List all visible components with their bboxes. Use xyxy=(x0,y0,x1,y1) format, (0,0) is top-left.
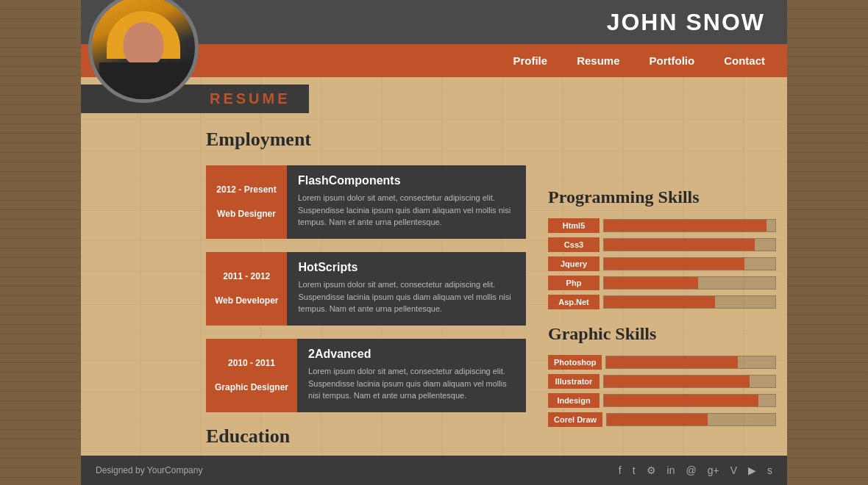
skill-row-php: Php xyxy=(548,276,776,290)
entry-company-3: 2Advanced xyxy=(308,348,515,361)
skill-label-coreldraw: Corel Draw xyxy=(548,412,602,427)
skill-label-jquery: Jquery xyxy=(548,256,600,271)
skill-label-indesign: Indesign xyxy=(548,393,600,408)
employment-section: Employment 2012 - Present Web Designer F… xyxy=(206,92,526,448)
at-icon[interactable]: @ xyxy=(686,464,696,476)
entry-company-1: FlashComponents xyxy=(298,174,515,187)
gplus-icon[interactable]: g+ xyxy=(708,464,719,476)
skill-label-css3: Css3 xyxy=(548,237,600,252)
skill-fill-php xyxy=(604,277,698,289)
skill-fill-photoshop xyxy=(606,356,738,368)
avatar-image xyxy=(88,0,199,103)
entry-date-2: 2011 - 2012 Web Developer xyxy=(206,252,287,326)
nav-profile[interactable]: Profile xyxy=(513,54,547,67)
graphic-skills-section: Graphic Skills Photoshop Illustrator xyxy=(548,324,776,427)
entry-desc-2: Lorem ipsum dolor sit amet, consectetur … xyxy=(298,279,515,315)
entry-daterange-1: 2012 - Present xyxy=(216,184,276,196)
nav-contact[interactable]: Contact xyxy=(724,54,765,67)
entry-role-3: Graphic Designer xyxy=(215,381,288,394)
graphic-skill-bars: Photoshop Illustrator Indesign xyxy=(548,355,776,427)
entry-content-3: 2Advanced Lorem ipsum dolor sit amet, co… xyxy=(297,339,526,412)
skill-row-illustrator: Illustrator xyxy=(548,374,776,389)
skill-row-photoshop: Photoshop xyxy=(548,355,776,370)
person-silhouette xyxy=(99,11,188,99)
skill-label-photoshop: Photoshop xyxy=(548,355,602,370)
education-title: Education xyxy=(206,425,526,448)
skill-label-illustrator: Illustrator xyxy=(548,374,600,389)
entry-daterange-2: 2011 - 2012 xyxy=(223,270,270,283)
skype-icon[interactable]: s xyxy=(767,464,772,476)
linkedin-icon[interactable]: in xyxy=(667,464,675,476)
twitter-icon[interactable]: t xyxy=(633,464,636,476)
skill-row-css3: Css3 xyxy=(548,237,776,252)
prog-skills-title: Programming Skills xyxy=(548,187,776,207)
entry-role-2: Web Developer xyxy=(215,295,278,307)
skill-fill-aspnet xyxy=(604,296,715,308)
left-column: Employment 2012 - Present Web Designer F… xyxy=(81,77,537,477)
skill-row-html5: Html5 xyxy=(548,218,776,233)
page-header: JOHN SNOW Profile Resume Portfolio Conta… xyxy=(81,0,787,77)
nav-resume[interactable]: Resume xyxy=(577,54,619,67)
skill-fill-css3 xyxy=(604,239,755,251)
employment-entry-2: 2011 - 2012 Web Developer HotScripts Lor… xyxy=(206,252,526,326)
skill-track-php xyxy=(603,276,776,290)
entry-content-1: FlashComponents Lorem ipsum dolor sit am… xyxy=(287,165,526,239)
wood-panel-left xyxy=(0,0,81,485)
skill-row-aspnet: Asp.Net xyxy=(548,295,776,309)
employment-entry-1: 2012 - Present Web Designer FlashCompone… xyxy=(206,165,526,239)
skill-row-coreldraw: Corel Draw xyxy=(548,412,776,427)
footer-credit: Designed by YourCompany xyxy=(96,465,202,475)
skill-track-html5 xyxy=(603,219,776,232)
skill-row-indesign: Indesign xyxy=(548,393,776,408)
education-section: Education xyxy=(206,425,526,448)
skill-fill-jquery xyxy=(604,258,744,270)
entry-daterange-3: 2010 - 2011 xyxy=(228,357,275,370)
youtube-icon[interactable]: ▶ xyxy=(748,464,756,476)
skill-label-php: Php xyxy=(548,276,600,290)
entry-date-1: 2012 - Present Web Designer xyxy=(206,165,287,239)
right-column: Programming Skills Html5 Css3 xyxy=(537,77,787,477)
skill-track-jquery xyxy=(603,257,776,270)
entry-role-1: Web Designer xyxy=(217,208,276,220)
resume-label: RESUME xyxy=(210,90,291,107)
programming-skills-section: Programming Skills Html5 Css3 xyxy=(548,187,776,309)
facebook-icon[interactable]: f xyxy=(619,464,622,476)
employment-entry-3: 2010 - 2011 Graphic Designer 2Advanced L… xyxy=(206,339,526,412)
skill-fill-html5 xyxy=(604,220,766,231)
main-container: JOHN SNOW Profile Resume Portfolio Conta… xyxy=(81,0,787,485)
skill-label-aspnet: Asp.Net xyxy=(548,295,600,309)
skill-track-css3 xyxy=(603,238,776,251)
avatar xyxy=(88,0,199,103)
skill-row-jquery: Jquery xyxy=(548,256,776,271)
skill-fill-illustrator xyxy=(604,376,750,387)
wood-panel-right xyxy=(787,0,868,485)
body-columns: Employment 2012 - Present Web Designer F… xyxy=(81,77,787,485)
jacket xyxy=(99,62,188,99)
face xyxy=(124,22,164,66)
footer-social-icons: f t ⚙ in @ g+ V ▶ s xyxy=(619,464,772,476)
entry-desc-3: Lorem ipsum dolor sit amet, consectetur … xyxy=(308,365,515,402)
skill-track-indesign xyxy=(603,394,776,407)
entry-content-2: HotScripts Lorem ipsum dolor sit amet, c… xyxy=(287,252,526,326)
skill-label-html5: Html5 xyxy=(548,218,600,233)
prog-skill-1: Html5 Css3 Jquery xyxy=(548,218,776,309)
site-title: JOHN SNOW xyxy=(607,9,765,36)
entry-company-2: HotScripts xyxy=(298,261,515,274)
employment-title: Employment xyxy=(206,129,526,151)
entry-desc-1: Lorem ipsum dolor sit amet, consectetur … xyxy=(298,192,515,229)
flickr-icon[interactable]: ⚙ xyxy=(647,464,656,476)
vimeo-icon[interactable]: V xyxy=(730,464,737,476)
footer: Designed by YourCompany f t ⚙ in @ g+ V … xyxy=(81,456,787,485)
skill-track-illustrator xyxy=(603,375,776,388)
entry-date-3: 2010 - 2011 Graphic Designer xyxy=(206,339,297,412)
skill-track-photoshop xyxy=(605,356,776,369)
nav-portfolio[interactable]: Portfolio xyxy=(650,54,695,67)
graphic-skills-title: Graphic Skills xyxy=(548,324,776,344)
skill-fill-coreldraw xyxy=(607,414,708,425)
skill-track-aspnet xyxy=(603,295,776,309)
skill-fill-indesign xyxy=(604,395,758,406)
skill-track-coreldraw xyxy=(606,413,776,426)
